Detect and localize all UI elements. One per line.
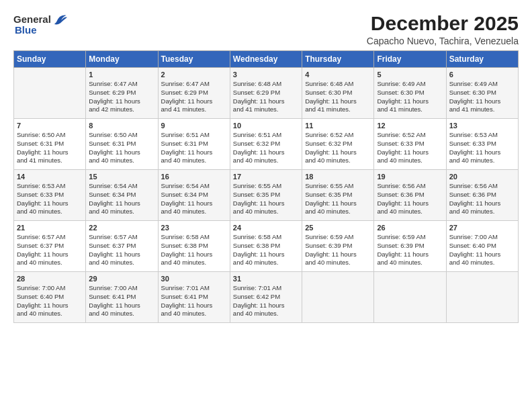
cell-info: Sunrise: 7:01 AM Sunset: 6:41 PM Dayligh… xyxy=(161,284,227,318)
cell-w3-d5: 18Sunrise: 6:55 AM Sunset: 6:35 PM Dayli… xyxy=(302,170,374,221)
cell-w4-d3: 23Sunrise: 6:58 AM Sunset: 6:38 PM Dayli… xyxy=(158,221,230,272)
cell-info: Sunrise: 7:00 AM Sunset: 6:40 PM Dayligh… xyxy=(17,284,83,318)
day-number: 24 xyxy=(233,224,299,232)
cell-w5-d4: 31Sunrise: 7:01 AM Sunset: 6:42 PM Dayli… xyxy=(230,272,302,323)
day-number: 23 xyxy=(161,224,227,232)
cell-info: Sunrise: 6:47 AM Sunset: 6:29 PM Dayligh… xyxy=(89,80,154,114)
cell-info: Sunrise: 6:48 AM Sunset: 6:29 PM Dayligh… xyxy=(233,80,299,114)
cell-info: Sunrise: 6:57 AM Sunset: 6:37 PM Dayligh… xyxy=(17,233,83,267)
cell-info: Sunrise: 6:47 AM Sunset: 6:29 PM Dayligh… xyxy=(161,80,227,114)
day-number: 28 xyxy=(17,275,83,283)
day-number: 30 xyxy=(161,275,227,283)
cell-w2-d1: 7Sunrise: 6:50 AM Sunset: 6:31 PM Daylig… xyxy=(14,119,86,170)
cell-w1-d4: 3Sunrise: 6:48 AM Sunset: 6:29 PM Daylig… xyxy=(230,68,302,119)
cell-w1-d7: 6Sunrise: 6:49 AM Sunset: 6:30 PM Daylig… xyxy=(446,68,518,119)
day-number: 5 xyxy=(377,71,443,79)
cell-w2-d3: 9Sunrise: 6:51 AM Sunset: 6:31 PM Daylig… xyxy=(158,119,230,170)
cell-info: Sunrise: 6:50 AM Sunset: 6:31 PM Dayligh… xyxy=(89,131,154,165)
day-number: 27 xyxy=(449,224,515,232)
week-row-3: 14Sunrise: 6:53 AM Sunset: 6:33 PM Dayli… xyxy=(14,170,519,221)
cell-info: Sunrise: 6:55 AM Sunset: 6:35 PM Dayligh… xyxy=(305,182,371,216)
cell-w2-d7: 13Sunrise: 6:53 AM Sunset: 6:33 PM Dayli… xyxy=(446,119,518,170)
day-number: 13 xyxy=(449,122,515,130)
col-sunday: Sunday xyxy=(14,51,86,68)
day-number: 3 xyxy=(233,71,299,79)
day-number: 29 xyxy=(89,275,154,283)
day-number: 8 xyxy=(89,122,154,130)
day-number: 22 xyxy=(89,224,154,232)
cell-info: Sunrise: 6:49 AM Sunset: 6:30 PM Dayligh… xyxy=(377,80,443,114)
cell-info: Sunrise: 6:54 AM Sunset: 6:34 PM Dayligh… xyxy=(89,182,154,216)
day-number: 16 xyxy=(161,173,227,181)
month-title: December 2025 xyxy=(367,12,519,34)
header: General Blue December 2025 Capacho Nuevo… xyxy=(13,12,519,46)
cell-w5-d6 xyxy=(374,272,446,323)
cell-w4-d6: 26Sunrise: 6:59 AM Sunset: 6:39 PM Dayli… xyxy=(374,221,446,272)
day-number: 18 xyxy=(305,173,371,181)
day-number: 14 xyxy=(17,173,83,181)
logo: General Blue xyxy=(13,12,67,36)
cell-w3-d3: 16Sunrise: 6:54 AM Sunset: 6:34 PM Dayli… xyxy=(158,170,230,221)
cell-w1-d1 xyxy=(14,68,86,119)
cell-info: Sunrise: 6:53 AM Sunset: 6:33 PM Dayligh… xyxy=(17,182,83,216)
logo-blue: Blue xyxy=(15,24,37,36)
cell-info: Sunrise: 6:55 AM Sunset: 6:35 PM Dayligh… xyxy=(233,182,299,216)
col-wednesday: Wednesday xyxy=(230,51,302,68)
day-number: 7 xyxy=(17,122,83,130)
day-number: 6 xyxy=(449,71,515,79)
day-number: 15 xyxy=(89,173,154,181)
cell-info: Sunrise: 6:50 AM Sunset: 6:31 PM Dayligh… xyxy=(17,131,83,165)
cell-w5-d3: 30Sunrise: 7:01 AM Sunset: 6:41 PM Dayli… xyxy=(158,272,230,323)
day-number: 12 xyxy=(377,122,443,130)
day-number: 1 xyxy=(89,71,154,79)
cell-w4-d7: 27Sunrise: 7:00 AM Sunset: 6:40 PM Dayli… xyxy=(446,221,518,272)
cell-info: Sunrise: 7:00 AM Sunset: 6:40 PM Dayligh… xyxy=(449,233,515,267)
week-row-1: 1Sunrise: 6:47 AM Sunset: 6:29 PM Daylig… xyxy=(14,68,519,119)
cell-w4-d4: 24Sunrise: 6:58 AM Sunset: 6:38 PM Dayli… xyxy=(230,221,302,272)
cell-w3-d4: 17Sunrise: 6:55 AM Sunset: 6:35 PM Dayli… xyxy=(230,170,302,221)
cell-w5-d7 xyxy=(446,272,518,323)
cell-info: Sunrise: 6:54 AM Sunset: 6:34 PM Dayligh… xyxy=(161,182,227,216)
col-thursday: Thursday xyxy=(302,51,374,68)
title-block: December 2025 Capacho Nuevo, Tachira, Ve… xyxy=(367,12,519,46)
cell-w2-d6: 12Sunrise: 6:52 AM Sunset: 6:33 PM Dayli… xyxy=(374,119,446,170)
cell-info: Sunrise: 6:52 AM Sunset: 6:32 PM Dayligh… xyxy=(305,131,371,165)
cell-w5-d5 xyxy=(302,272,374,323)
cell-w2-d4: 10Sunrise: 6:51 AM Sunset: 6:32 PM Dayli… xyxy=(230,119,302,170)
cell-w3-d6: 19Sunrise: 6:56 AM Sunset: 6:36 PM Dayli… xyxy=(374,170,446,221)
col-friday: Friday xyxy=(374,51,446,68)
cell-info: Sunrise: 6:58 AM Sunset: 6:38 PM Dayligh… xyxy=(233,233,299,267)
col-tuesday: Tuesday xyxy=(158,51,230,68)
day-number: 25 xyxy=(305,224,371,232)
col-monday: Monday xyxy=(86,51,158,68)
cell-w4-d5: 25Sunrise: 6:59 AM Sunset: 6:39 PM Dayli… xyxy=(302,221,374,272)
day-number: 19 xyxy=(377,173,443,181)
cell-info: Sunrise: 6:53 AM Sunset: 6:33 PM Dayligh… xyxy=(449,131,515,165)
cell-info: Sunrise: 6:59 AM Sunset: 6:39 PM Dayligh… xyxy=(377,233,443,267)
week-row-5: 28Sunrise: 7:00 AM Sunset: 6:40 PM Dayli… xyxy=(14,272,519,323)
cell-w3-d7: 20Sunrise: 6:56 AM Sunset: 6:36 PM Dayli… xyxy=(446,170,518,221)
cell-w1-d6: 5Sunrise: 6:49 AM Sunset: 6:30 PM Daylig… xyxy=(374,68,446,119)
cell-info: Sunrise: 6:48 AM Sunset: 6:30 PM Dayligh… xyxy=(305,80,371,114)
cell-info: Sunrise: 6:57 AM Sunset: 6:37 PM Dayligh… xyxy=(89,233,154,267)
cell-info: Sunrise: 6:51 AM Sunset: 6:32 PM Dayligh… xyxy=(233,131,299,165)
week-row-4: 21Sunrise: 6:57 AM Sunset: 6:37 PM Dayli… xyxy=(14,221,519,272)
cell-info: Sunrise: 6:58 AM Sunset: 6:38 PM Dayligh… xyxy=(161,233,227,267)
calendar-table: Sunday Monday Tuesday Wednesday Thursday… xyxy=(13,50,519,323)
cell-info: Sunrise: 6:59 AM Sunset: 6:39 PM Dayligh… xyxy=(305,233,371,267)
col-saturday: Saturday xyxy=(446,51,518,68)
cell-w4-d2: 22Sunrise: 6:57 AM Sunset: 6:37 PM Dayli… xyxy=(86,221,158,272)
day-number: 4 xyxy=(305,71,371,79)
cell-w4-d1: 21Sunrise: 6:57 AM Sunset: 6:37 PM Dayli… xyxy=(14,221,86,272)
day-number: 26 xyxy=(377,224,443,232)
cell-w5-d2: 29Sunrise: 7:00 AM Sunset: 6:41 PM Dayli… xyxy=(86,272,158,323)
cell-info: Sunrise: 7:00 AM Sunset: 6:41 PM Dayligh… xyxy=(89,284,154,318)
day-number: 31 xyxy=(233,275,299,283)
cell-info: Sunrise: 6:49 AM Sunset: 6:30 PM Dayligh… xyxy=(449,80,515,114)
cell-w5-d1: 28Sunrise: 7:00 AM Sunset: 6:40 PM Dayli… xyxy=(14,272,86,323)
day-number: 11 xyxy=(305,122,371,130)
day-number: 17 xyxy=(233,173,299,181)
logo-icon xyxy=(52,12,67,27)
cell-w2-d2: 8Sunrise: 6:50 AM Sunset: 6:31 PM Daylig… xyxy=(86,119,158,170)
header-row: Sunday Monday Tuesday Wednesday Thursday… xyxy=(14,51,519,68)
